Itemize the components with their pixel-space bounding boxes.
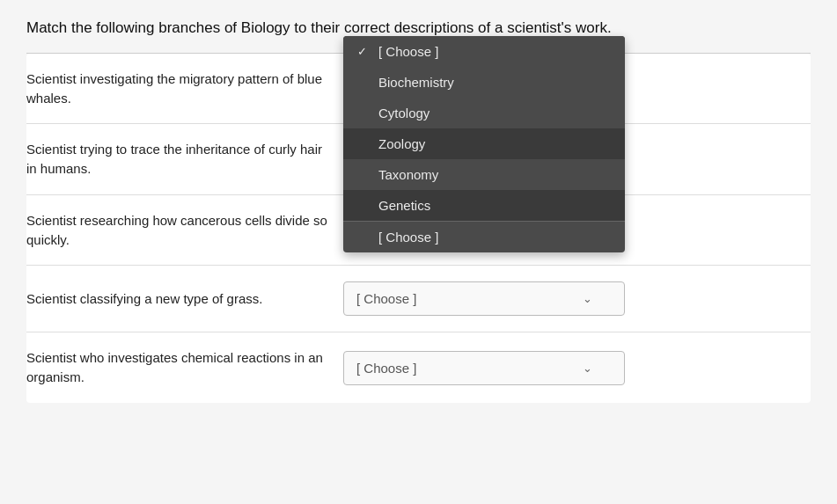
dropdown-option-zoology[interactable]: Zoology [343, 128, 625, 159]
dropdown-option-choose[interactable]: ✓ [ Choose ] [343, 36, 625, 67]
dropdown-option-choose-bottom[interactable]: [ Choose ] [343, 221, 625, 252]
dropdown-wrapper-4[interactable]: [ Choose ] ⌄ [343, 281, 625, 316]
checkmark-icon: ✓ [357, 45, 371, 58]
question-text-1: Scientist investigating the migratory pa… [26, 69, 343, 108]
no-check-1 [357, 76, 371, 89]
option-taxonomy-label: Taxonomy [378, 167, 438, 182]
no-check-5 [357, 199, 371, 212]
chevron-down-icon-4: ⌄ [583, 292, 592, 305]
option-genetics-label: Genetics [378, 198, 430, 213]
questions-container: Scientist investigating the migratory pa… [26, 54, 811, 403]
dropdown-value-4: [ Choose ] [356, 291, 416, 306]
no-check-3 [357, 137, 371, 150]
question-text-5: Scientist who investigates chemical reac… [26, 348, 343, 387]
dropdown-option-genetics[interactable]: Genetics [343, 190, 625, 221]
question-row-5: Scientist who investigates chemical reac… [26, 332, 811, 403]
chevron-down-icon-5: ⌄ [583, 362, 592, 375]
dropdown-wrapper-5[interactable]: [ Choose ] ⌄ [343, 351, 625, 385]
option-biochemistry-label: Biochemistry [378, 75, 454, 90]
question-text-3: Scientist researching how cancerous cell… [26, 211, 343, 250]
option-choose-label: [ Choose ] [378, 44, 438, 59]
dropdown-option-cytology[interactable]: Cytology [343, 98, 625, 128]
dropdown-select-4[interactable]: [ Choose ] ⌄ [343, 281, 625, 316]
dropdown-menu-1[interactable]: ✓ [ Choose ] Biochemistry Cytology Zoolo… [343, 36, 625, 252]
question-text-4: Scientist classifying a new type of gras… [26, 289, 343, 309]
dropdown-option-taxonomy[interactable]: Taxonomy [343, 159, 625, 190]
choose-bottom-label: [ Choose ] [378, 230, 438, 245]
no-check-6 [357, 230, 371, 244]
dropdown-option-biochemistry[interactable]: Biochemistry [343, 67, 625, 98]
option-cytology-label: Cytology [378, 106, 430, 121]
question-row-1: Scientist investigating the migratory pa… [26, 54, 811, 125]
question-row-4: Scientist classifying a new type of gras… [26, 266, 811, 332]
dropdown-select-5[interactable]: [ Choose ] ⌄ [343, 351, 625, 385]
option-zoology-label: Zoology [378, 136, 425, 151]
no-check-4 [357, 168, 371, 181]
dropdown-value-5: [ Choose ] [356, 361, 416, 376]
question-text-2: Scientist trying to trace the inheritanc… [26, 140, 343, 179]
no-check-2 [357, 106, 371, 120]
